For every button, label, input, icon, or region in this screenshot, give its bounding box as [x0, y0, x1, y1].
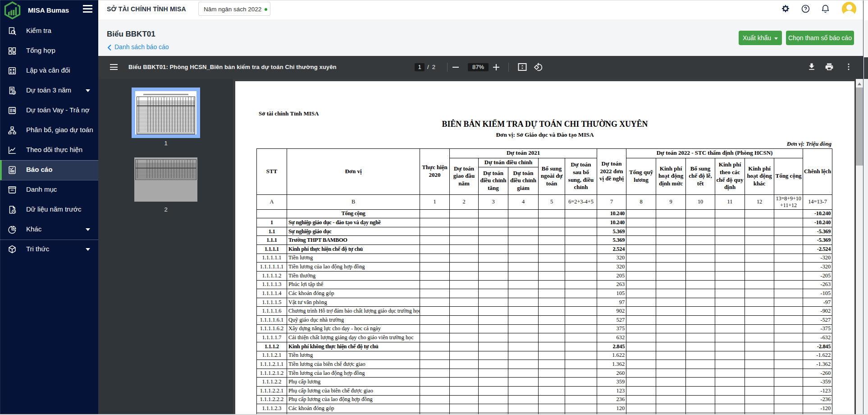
svg-text:3: 3 [13, 91, 15, 95]
svg-text:$: $ [13, 108, 15, 113]
